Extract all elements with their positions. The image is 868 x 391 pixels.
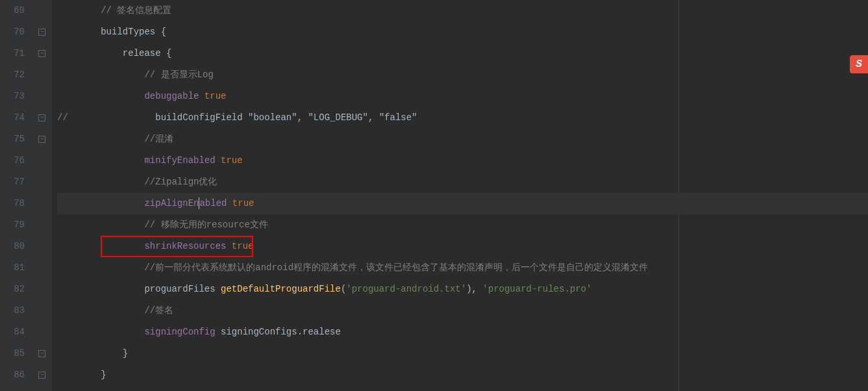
code-line[interactable]: //Zipalign优化 bbox=[57, 171, 868, 193]
code-property: signingConfig bbox=[144, 327, 215, 337]
line-number: 78 bbox=[0, 193, 25, 214]
code-property: shrinkResources bbox=[144, 241, 226, 251]
code-content[interactable]: // 签名信息配置 buildTypes { release { // 是否显示… bbox=[52, 0, 868, 391]
line-number: 74 bbox=[0, 107, 25, 129]
line-number: 73 bbox=[0, 86, 25, 107]
code-line[interactable]: } bbox=[57, 343, 868, 364]
side-badge-icon[interactable]: S bbox=[850, 55, 868, 73]
line-number: 79 bbox=[0, 214, 25, 236]
code-value: true bbox=[232, 241, 254, 251]
code-line[interactable]: signingConfig signingConfigs.realese bbox=[57, 322, 868, 343]
line-number: 85 bbox=[0, 343, 25, 364]
code-value: true bbox=[205, 91, 227, 101]
line-number: 72 bbox=[0, 64, 25, 86]
code-text: buildConfigField "boolean", "LOG_DEBUG",… bbox=[155, 112, 417, 123]
fold-toggle-icon[interactable] bbox=[38, 29, 45, 36]
code-editor[interactable]: 69 70 71 72 73 74 75 76 77 78 79 80 81 8… bbox=[0, 0, 868, 391]
code-property: debuggable bbox=[144, 91, 199, 101]
fold-toggle-icon[interactable] bbox=[38, 50, 45, 57]
code-line[interactable]: //前一部分代表系统默认的android程序的混淆文件，该文件已经包含了基本的混… bbox=[57, 257, 868, 279]
code-property: zipAlignEn bbox=[144, 198, 199, 208]
code-line[interactable]: // 移除无用的resource文件 bbox=[57, 214, 868, 236]
fold-toggle-icon[interactable] bbox=[38, 372, 45, 379]
code-brace: } bbox=[101, 370, 106, 380]
code-string: 'proguard-rules.pro' bbox=[482, 284, 591, 294]
text-cursor bbox=[199, 197, 199, 209]
code-comment: // 移除无用的resource文件 bbox=[144, 220, 267, 230]
code-text: signingConfigs.realese bbox=[221, 327, 341, 337]
line-number: 81 bbox=[0, 257, 25, 279]
code-value: true bbox=[221, 155, 243, 166]
code-property: minifyEnabled bbox=[144, 155, 215, 166]
fold-toggle-icon[interactable] bbox=[38, 114, 45, 121]
line-number: 71 bbox=[0, 43, 25, 64]
line-number: 75 bbox=[0, 129, 25, 150]
code-text: release { bbox=[123, 48, 172, 58]
code-comment: //Zipalign优化 bbox=[144, 177, 217, 187]
line-number: 83 bbox=[0, 300, 25, 322]
code-comment: //混淆 bbox=[144, 134, 173, 144]
code-comment: // 签名信息配置 bbox=[101, 5, 171, 16]
code-line[interactable]: // 签名信息配置 bbox=[57, 0, 868, 21]
fold-gutter bbox=[32, 0, 52, 391]
code-comment: //前一部分代表系统默认的android程序的混淆文件，该文件已经包含了基本的混… bbox=[144, 262, 648, 273]
code-comment: //签名 bbox=[144, 305, 173, 316]
code-line[interactable]: // buildConfigField "boolean", "LOG_DEBU… bbox=[57, 107, 868, 129]
code-comment: // 是否显示Log bbox=[144, 69, 213, 80]
code-text: buildTypes { bbox=[101, 27, 166, 37]
code-property: abled bbox=[199, 198, 227, 208]
code-brace: } bbox=[123, 348, 128, 359]
code-line[interactable]: debuggable true bbox=[57, 86, 868, 107]
code-line-current[interactable]: zipAlignEnabled true bbox=[57, 193, 868, 214]
code-line[interactable]: release { bbox=[57, 43, 868, 64]
code-line[interactable]: buildTypes { bbox=[57, 21, 868, 43]
line-number: 82 bbox=[0, 279, 25, 300]
line-number: 70 bbox=[0, 21, 25, 43]
code-text: proguardFiles bbox=[144, 284, 221, 294]
code-line[interactable]: } bbox=[57, 364, 868, 386]
line-number: 80 bbox=[0, 236, 25, 257]
code-line[interactable]: shrinkResources true bbox=[57, 236, 868, 257]
code-value: true bbox=[232, 198, 254, 208]
line-number: 84 bbox=[0, 322, 25, 343]
code-line[interactable]: minifyEnabled true bbox=[57, 150, 868, 171]
code-method: getDefaultProguardFile bbox=[221, 284, 341, 294]
comment-prefix: // bbox=[57, 112, 68, 123]
code-line[interactable]: proguardFiles getDefaultProguardFile('pr… bbox=[57, 279, 868, 300]
line-number-gutter: 69 70 71 72 73 74 75 76 77 78 79 80 81 8… bbox=[0, 0, 32, 391]
code-line[interactable]: //签名 bbox=[57, 300, 868, 322]
line-number: 77 bbox=[0, 171, 25, 193]
line-number: 86 bbox=[0, 364, 25, 386]
code-line[interactable]: // 是否显示Log bbox=[57, 64, 868, 86]
fold-toggle-icon[interactable] bbox=[38, 136, 45, 143]
line-number: 69 bbox=[0, 0, 25, 21]
line-number: 76 bbox=[0, 150, 25, 171]
code-line[interactable]: //混淆 bbox=[57, 129, 868, 150]
fold-toggle-icon[interactable] bbox=[38, 350, 45, 357]
code-string: 'proguard-android.txt' bbox=[346, 284, 466, 294]
